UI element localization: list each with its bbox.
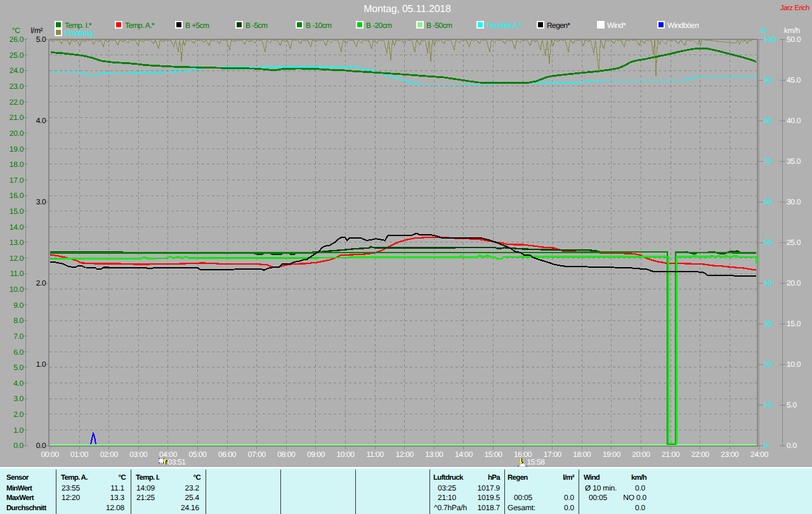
svg-text:01:00: 01:00 — [70, 450, 89, 459]
svg-text:8.0: 8.0 — [13, 316, 23, 325]
svg-text:03:00: 03:00 — [129, 450, 148, 459]
svg-text:15:00: 15:00 — [484, 450, 502, 459]
svg-text:11.1: 11.1 — [110, 484, 124, 492]
svg-text:Regen: Regen — [508, 474, 528, 482]
svg-text:km/h: km/h — [631, 474, 647, 482]
svg-text:20:00: 20:00 — [632, 450, 650, 459]
svg-text:0.0: 0.0 — [564, 503, 575, 512]
svg-text:Temp. A.: Temp. A. — [61, 474, 88, 482]
svg-text:l/m²: l/m² — [31, 26, 43, 35]
svg-text:Regen*: Regen* — [547, 21, 570, 30]
svg-text:hPa: hPa — [488, 474, 501, 482]
svg-text:14.0: 14.0 — [10, 223, 24, 232]
svg-text:60: 60 — [764, 197, 772, 206]
svg-text:18:00: 18:00 — [573, 450, 591, 459]
svg-text:15.0: 15.0 — [787, 319, 801, 328]
svg-text:1017.9: 1017.9 — [477, 484, 500, 492]
svg-text:10.0: 10.0 — [10, 285, 24, 294]
svg-text:11.0: 11.0 — [10, 269, 24, 278]
svg-text:MinWert: MinWert — [6, 485, 32, 492]
svg-text:24:00: 24:00 — [750, 450, 769, 459]
svg-text:2.0: 2.0 — [13, 410, 23, 419]
svg-text:13.3: 13.3 — [110, 493, 124, 502]
svg-text:35.0: 35.0 — [787, 157, 801, 166]
svg-text:17:00: 17:00 — [544, 450, 562, 459]
svg-text:4.0: 4.0 — [36, 116, 46, 125]
svg-text:03:51: 03:51 — [168, 458, 187, 466]
svg-text:0.0: 0.0 — [36, 441, 46, 450]
svg-text:10.0: 10.0 — [787, 360, 801, 369]
svg-text:B +5cm: B +5cm — [185, 21, 209, 30]
svg-text:80: 80 — [764, 116, 772, 125]
svg-text:30.0: 30.0 — [787, 197, 801, 206]
svg-text:0.0: 0.0 — [564, 493, 575, 502]
svg-text:24.0: 24.0 — [10, 66, 24, 75]
svg-text:3.0: 3.0 — [13, 394, 23, 403]
svg-text:21:00: 21:00 — [662, 450, 680, 459]
svg-text:%: % — [760, 26, 767, 35]
svg-text:14:00: 14:00 — [455, 450, 473, 459]
svg-text:21:10: 21:10 — [438, 493, 457, 502]
svg-text:13.0: 13.0 — [10, 238, 24, 247]
svg-text:4.0: 4.0 — [13, 379, 23, 388]
svg-text:23:55: 23:55 — [62, 484, 81, 492]
svg-text:1018.7: 1018.7 — [477, 503, 500, 512]
svg-text:7.0: 7.0 — [13, 332, 23, 341]
svg-text:°C: °C — [12, 26, 21, 35]
svg-text:5.0: 5.0 — [787, 400, 797, 409]
svg-text:B -10cm: B -10cm — [306, 21, 332, 30]
svg-text:Windböen: Windböen — [667, 21, 698, 30]
svg-text:23.2: 23.2 — [185, 484, 199, 492]
svg-text:10: 10 — [764, 400, 772, 409]
svg-text:12:20: 12:20 — [62, 493, 81, 502]
svg-text:50.0: 50.0 — [787, 35, 801, 44]
svg-text:Ø 10 min.: Ø 10 min. — [585, 484, 617, 492]
svg-text:6.0: 6.0 — [13, 348, 23, 357]
svg-text:05:00: 05:00 — [188, 450, 207, 459]
svg-text:70: 70 — [764, 157, 772, 166]
svg-text:Durchschnitt: Durchschnitt — [6, 504, 46, 512]
svg-text:B -5cm: B -5cm — [246, 21, 268, 30]
svg-text:11:00: 11:00 — [367, 450, 384, 459]
svg-text:19.0: 19.0 — [10, 145, 24, 154]
svg-text:25.4: 25.4 — [185, 493, 199, 502]
svg-text:3.0: 3.0 — [36, 197, 46, 206]
svg-text:12:00: 12:00 — [396, 450, 414, 459]
svg-text:2.0: 2.0 — [36, 279, 46, 287]
svg-text:25.0: 25.0 — [10, 51, 24, 60]
svg-text:Gesamt:: Gesamt: — [508, 503, 535, 512]
svg-text:18.0: 18.0 — [10, 160, 24, 169]
svg-text:06:00: 06:00 — [218, 450, 237, 459]
svg-text:B -20cm: B -20cm — [366, 21, 392, 30]
svg-text:1.0: 1.0 — [13, 426, 23, 435]
svg-text:Temp. A.*: Temp. A.* — [125, 21, 155, 30]
svg-text:l/m²: l/m² — [563, 474, 575, 482]
svg-text:17.0: 17.0 — [10, 176, 24, 185]
svg-text:°C: °C — [118, 474, 126, 482]
svg-text:23.0: 23.0 — [10, 82, 24, 91]
svg-text:°C: °C — [193, 474, 200, 482]
svg-text:100: 100 — [764, 35, 776, 44]
svg-text:23:00: 23:00 — [721, 450, 739, 459]
svg-text:Montag, 05.11.2018: Montag, 05.11.2018 — [363, 4, 451, 15]
svg-text:20.0: 20.0 — [10, 129, 24, 138]
svg-text:Wind: Wind — [584, 474, 600, 482]
svg-text:25.0: 25.0 — [787, 238, 801, 247]
svg-text:00:05: 00:05 — [514, 493, 533, 502]
svg-text:Wind*: Wind* — [607, 21, 626, 30]
svg-text:10:00: 10:00 — [336, 450, 355, 459]
svg-text:Jarz Erich: Jarz Erich — [780, 4, 809, 12]
svg-text:09:00: 09:00 — [307, 450, 325, 459]
svg-text:22:00: 22:00 — [691, 450, 710, 459]
svg-text:1.0: 1.0 — [36, 360, 46, 369]
svg-text:^0.7hPa/h: ^0.7hPa/h — [434, 503, 467, 512]
svg-text:22.0: 22.0 — [10, 98, 24, 107]
svg-text:12.08: 12.08 — [106, 503, 125, 512]
svg-text:00:00: 00:00 — [41, 450, 59, 459]
svg-text:26.0: 26.0 — [10, 35, 24, 44]
svg-text:13:00: 13:00 — [425, 450, 443, 459]
svg-text:07:00: 07:00 — [248, 450, 266, 459]
svg-text:15.0: 15.0 — [10, 207, 24, 216]
svg-text:5.0: 5.0 — [36, 35, 46, 44]
svg-text:0.0: 0.0 — [635, 484, 646, 492]
